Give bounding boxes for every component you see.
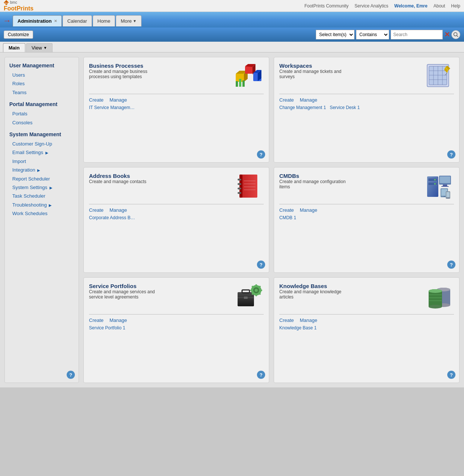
welcome-link[interactable]: Welcome, Emre: [394, 3, 428, 9]
sidebar-item-task-scheduler[interactable]: Task Scheduler: [9, 192, 74, 200]
community-link[interactable]: FootPrints Community: [304, 3, 349, 9]
sub-link-0[interactable]: IT Service Managem…: [89, 105, 135, 110]
chevron-down-icon: ▼: [133, 19, 137, 23]
tab-close-icon[interactable]: ✕: [54, 19, 57, 23]
svg-rect-64: [255, 284, 257, 286]
sidebar-portal-management-list: Portals Consoles: [9, 109, 74, 127]
card-cmdbs: CMDBs Create and manage configuration it…: [274, 167, 460, 273]
card-action-links: Create Manage: [279, 317, 454, 323]
manage-link[interactable]: Manage: [109, 207, 127, 213]
cmdbs-icon: [424, 173, 454, 199]
top-navigation: bmc bmc FootPrints FootPrints Community …: [0, 0, 464, 12]
tab-calendar[interactable]: Calendar: [63, 15, 92, 26]
service-portfolios-icon: [234, 283, 264, 309]
sub-link-0[interactable]: Service Portfolio 1: [89, 325, 125, 330]
sub-link-0[interactable]: Knowledge Base 1: [279, 325, 317, 330]
tab-bar: → Administration ✕ Calendar Home More ▼: [0, 12, 464, 28]
manage-link[interactable]: Manage: [109, 317, 127, 323]
create-link[interactable]: Create: [279, 317, 294, 323]
card-help-button[interactable]: ?: [447, 371, 455, 379]
card-action-links: Create Manage: [89, 97, 264, 103]
create-link[interactable]: Create: [89, 97, 104, 103]
manage-link[interactable]: Manage: [300, 207, 317, 213]
card-help-button[interactable]: ?: [447, 150, 455, 159]
card-help-button[interactable]: ?: [257, 371, 265, 379]
svg-rect-58: [242, 290, 250, 293]
search-icon: [453, 32, 458, 37]
sidebar-item-portals[interactable]: Portals: [9, 109, 74, 118]
sub-link-0[interactable]: Change Management 1: [279, 105, 326, 110]
list-item: Consoles: [9, 118, 74, 127]
card-help-button[interactable]: ?: [257, 150, 265, 159]
search-input[interactable]: [391, 30, 443, 39]
create-link[interactable]: Create: [89, 317, 104, 323]
sidebar-system-management-title: System Management: [9, 131, 74, 137]
sidebar-help-button[interactable]: ?: [67, 371, 75, 379]
card-description: Create and manage services and service l…: [89, 289, 163, 300]
svg-rect-49: [441, 186, 449, 187]
sidebar-item-report-scheduler[interactable]: Report Scheduler: [9, 175, 74, 183]
card-help-button[interactable]: ?: [447, 261, 455, 269]
svg-rect-34: [238, 188, 241, 189]
manage-link[interactable]: Manage: [300, 97, 317, 103]
svg-point-44: [434, 179, 436, 181]
sidebar-item-roles[interactable]: Roles: [9, 79, 74, 88]
svg-rect-67: [261, 290, 262, 291]
sidebar-item-customer-signup[interactable]: Customer Sign-Up: [9, 140, 74, 148]
sidebar-item-integration[interactable]: Integration ▶: [9, 166, 74, 174]
tab-view[interactable]: View ▼: [26, 43, 53, 52]
about-link[interactable]: About: [433, 3, 445, 9]
sidebar-user-management-title: User Management: [9, 63, 74, 68]
customize-button[interactable]: Customize: [4, 31, 33, 39]
toolbar: Customize Select item(s) Title Descripti…: [0, 28, 464, 42]
card-help-button[interactable]: ?: [257, 261, 265, 269]
sidebar-item-troubleshooting[interactable]: Troubleshooting ▶: [9, 201, 74, 209]
item-select[interactable]: Select item(s) Title Description: [316, 30, 355, 39]
analytics-link[interactable]: Service Analytics: [355, 3, 388, 9]
card-knowledge-bases: Knowledge Bases Create and manage knowle…: [274, 277, 460, 383]
tab-administration[interactable]: Administration ✕: [13, 15, 62, 26]
tab-more[interactable]: More ▼: [116, 15, 142, 26]
svg-rect-42: [428, 178, 437, 181]
card-divider: [279, 94, 454, 94]
manage-link[interactable]: Manage: [109, 97, 127, 103]
card-sub-links: IT Service Managem…: [89, 105, 264, 110]
sub-link-1[interactable]: Service Desk 1: [330, 105, 360, 110]
svg-rect-35: [238, 192, 241, 194]
svg-point-78: [429, 305, 442, 309]
sidebar-item-system-settings[interactable]: System Settings ▶: [9, 183, 74, 192]
sidebar-item-consoles[interactable]: Consoles: [9, 118, 74, 127]
tab-main-label: Main: [9, 45, 20, 51]
card-sub-links: Knowledge Base 1: [279, 325, 454, 330]
sub-link-0[interactable]: Corporate Address B…: [89, 215, 135, 220]
search-clear-icon[interactable]: ✕: [444, 31, 450, 39]
sidebar-user-management-list: Users Roles Teams: [9, 71, 74, 97]
logo-bmc-text: bmc: [10, 0, 17, 4]
sidebar-item-users[interactable]: Users: [9, 71, 74, 79]
card-workspaces: Workspaces Create and manage tickets and…: [274, 57, 460, 163]
svg-rect-48: [443, 185, 447, 186]
sidebar-item-email-settings[interactable]: Email Settings ▶: [9, 148, 74, 157]
sidebar-item-teams[interactable]: Teams: [9, 88, 74, 97]
card-divider: [279, 204, 454, 204]
svg-point-63: [255, 289, 258, 292]
manage-link[interactable]: Manage: [300, 317, 317, 323]
contains-select[interactable]: Contains Starts With Ends With: [356, 30, 389, 39]
arrow-indicator: →: [3, 17, 11, 25]
list-item: Report Scheduler: [9, 175, 74, 183]
search-go-button[interactable]: [451, 30, 460, 39]
create-link[interactable]: Create: [89, 207, 104, 213]
tab-main[interactable]: Main: [3, 43, 25, 52]
svg-point-79: [429, 289, 442, 293]
card-sub-links: CMDB 1: [279, 215, 454, 220]
sidebar-item-work-schedules[interactable]: Work Schedules: [9, 209, 74, 218]
tab-more-label: More: [121, 18, 132, 24]
sub-link-0[interactable]: CMDB 1: [279, 215, 296, 220]
create-link[interactable]: Create: [279, 97, 294, 103]
tab-home[interactable]: Home: [93, 15, 115, 26]
sidebar-item-import[interactable]: Import: [9, 157, 74, 166]
create-link[interactable]: Create: [279, 207, 294, 213]
list-item: Users: [9, 71, 74, 79]
help-link[interactable]: Help: [451, 3, 460, 9]
list-item: Integration ▶: [9, 166, 74, 174]
